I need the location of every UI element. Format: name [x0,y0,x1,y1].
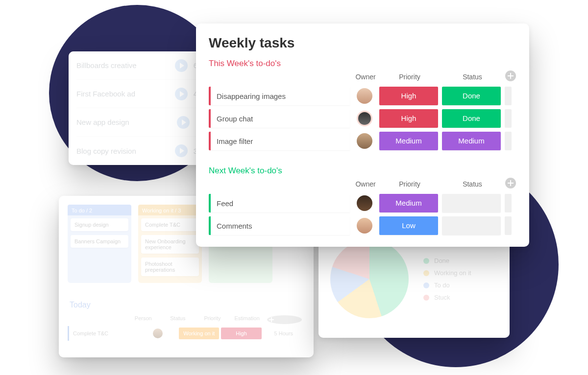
avatar [357,133,372,149]
time-tracking-row[interactable]: Blog copy revision3h 0 [76,137,208,165]
time-tracking-row[interactable]: Billboards creative6h 5 [76,51,208,80]
row-trailing [505,132,512,150]
group-title[interactable]: Next Week's to-do's [209,166,516,176]
today-heading: Today [70,301,305,309]
column-header: Priority [380,73,439,81]
task-title: Billboards creative [76,61,169,70]
task-name-cell[interactable]: Disappearing images [209,87,350,105]
status-cell[interactable]: Medium [442,132,501,150]
pie-chart [330,240,409,318]
avatar [357,111,372,126]
task-name: Complete T&C [73,330,138,336]
time-tracking-panel: Billboards creative6h 5First Facebook ad… [69,51,216,165]
owner-cell[interactable] [350,195,379,211]
task-row[interactable]: Image filterMediumMedium [209,131,516,151]
column-header: Status [161,315,196,324]
legend-label: To do [434,281,450,289]
priority-cell[interactable]: High [221,328,261,339]
play-icon[interactable] [175,59,188,72]
row-trailing [505,109,512,128]
column-header: Status [443,180,502,188]
legend-swatch [423,282,429,288]
kanban-card[interactable]: New Onboarding experience [141,235,199,254]
legend-label: Working on it [434,269,471,277]
column-header: Priority [195,315,230,324]
task-row[interactable]: Disappearing imagesHighDone [209,86,516,106]
owner-cell[interactable] [350,88,379,104]
today-task-row[interactable]: Complete T&C Working on it High 5 Hours [68,326,305,341]
group-title[interactable]: This Week's to-do's [209,59,516,69]
chart-legend: DoneWorking on itTo doStuck [423,252,471,306]
column-header: Estimation [230,315,265,324]
task-group: Next Week's to-do'sOwnerPriorityStatusFe… [209,166,516,236]
owner-cell[interactable] [350,111,379,126]
panel-title: Weekly tasks [209,35,516,51]
task-name-cell[interactable]: Comments [209,216,350,235]
task-title: Blog copy revision [76,147,169,155]
kanban-column-header: To do / 2 [68,205,131,215]
legend-item: Stuck [423,294,471,301]
task-title: First Facebook ad [76,90,169,98]
legend-item: Working on it [423,269,471,277]
task-name-cell[interactable]: Feed [209,194,350,212]
owner-cell[interactable] [138,328,178,338]
row-trailing [505,216,512,235]
legend-label: Stuck [434,294,450,301]
avatar [357,88,372,104]
task-row[interactable]: Group chatHighDone [209,108,516,129]
status-cell[interactable] [442,194,501,212]
legend-label: Done [434,257,449,264]
column-header: Priority [380,180,439,188]
row-trailing [505,87,512,105]
owner-cell[interactable] [350,218,379,234]
priority-cell[interactable]: High [379,109,438,128]
column-header: Person [126,315,161,324]
column-header: Status [443,73,502,81]
task-row[interactable]: CommentsLow [209,215,516,236]
kanban-column: To do / 2Signup designBanners Campaign [68,205,131,283]
avatar [357,218,372,234]
task-title: New app design [76,118,171,126]
time-tracking-row[interactable]: New app design12h [76,108,208,137]
priority-cell[interactable]: Medium [379,132,438,150]
play-icon[interactable] [175,144,188,157]
owner-cell[interactable] [350,133,379,149]
priority-cell[interactable]: Medium [379,194,438,212]
task-name-cell[interactable]: Image filter [209,132,350,150]
task-row[interactable]: FeedMedium [209,193,516,213]
legend-swatch [423,270,429,276]
status-cell[interactable]: Working on it [179,328,219,339]
task-name-cell[interactable]: Group chat [209,109,350,128]
status-cell[interactable] [442,216,501,235]
kanban-card[interactable]: Complete T&C [141,218,199,231]
play-icon[interactable] [175,88,188,100]
priority-cell[interactable]: High [379,87,438,105]
column-header: Owner [351,73,380,81]
legend-swatch [423,258,429,264]
kanban-card[interactable]: Photoshoot preperations [141,258,199,276]
add-column-icon[interactable] [505,70,516,81]
column-header: Owner [351,180,380,188]
kanban-column-header: Working on it / 3 [138,205,202,215]
row-trailing [505,194,512,212]
kanban-card[interactable]: Banners Campaign [71,235,128,248]
weekly-tasks-panel: Weekly tasks This Week's to-do'sOwnerPri… [196,23,529,247]
task-group: This Week's to-do'sOwnerPriorityStatusDi… [209,59,516,164]
add-column-icon[interactable] [505,178,516,188]
time-tracking-row[interactable]: First Facebook ad4h 3 [76,80,208,108]
estimation-cell[interactable]: 5 Hours [264,328,304,339]
legend-item: Done [423,257,471,264]
add-column-icon[interactable] [267,315,302,324]
status-cell[interactable]: Done [442,87,501,105]
status-cell[interactable]: Done [442,109,501,128]
legend-swatch [423,295,429,301]
kanban-card[interactable]: Signup design [71,218,128,231]
kanban-column: Working on it / 3Complete T&CNew Onboard… [138,205,202,283]
play-icon[interactable] [177,116,190,129]
avatar [357,195,372,211]
priority-cell[interactable]: Low [379,216,438,235]
legend-item: To do [423,281,471,289]
